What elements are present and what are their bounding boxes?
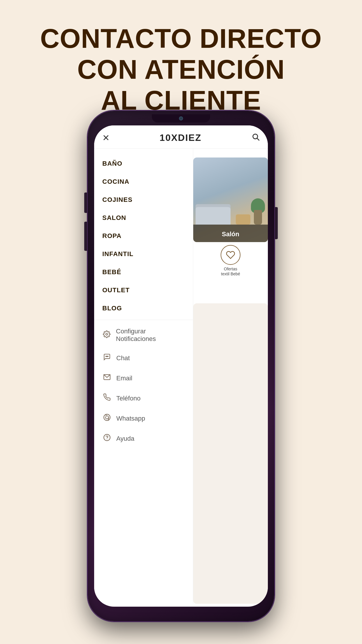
bottom-content-area (193, 303, 268, 604)
offer-item-textil-bebe[interactable]: Ofertastextil Bebé (196, 245, 266, 276)
menu-panel: BAÑO COCINA COJINES SALON ROPA INFANTIL … (94, 149, 193, 604)
headline: CONTACTO DIRECTO CON ATENCIÓN AL CLIENTE (0, 0, 362, 127)
power-button (275, 207, 278, 239)
offers-row: Ofertastextil Bebé (196, 245, 266, 276)
app-logo: 10XDIEZ (160, 132, 202, 143)
salon-category-label: Salón (222, 230, 239, 238)
action-email[interactable]: Email (94, 368, 193, 388)
nav-item-salon[interactable]: SALON (94, 209, 193, 227)
phone-notch (152, 114, 210, 123)
salon-image[interactable]: Salón (193, 158, 268, 242)
svg-line-1 (257, 138, 259, 140)
action-ayuda[interactable]: Ayuda (94, 428, 193, 449)
action-chat[interactable]: Chat (94, 348, 193, 368)
volume-up-button (84, 192, 87, 213)
action-telefono-label: Teléfono (116, 395, 140, 402)
headline-line2: CON ATENCIÓN (77, 55, 285, 84)
nav-item-bebe[interactable]: BEBÉ (94, 263, 193, 281)
nav-item-bano[interactable]: BAÑO (94, 155, 193, 173)
svg-point-4 (107, 356, 107, 357)
nav-item-cojines[interactable]: COJINES (94, 191, 193, 209)
table-decoration (236, 214, 250, 225)
whatsapp-icon (102, 414, 112, 423)
nav-item-cocina[interactable]: COCINA (94, 173, 193, 191)
nav-item-outlet[interactable]: OUTLET (94, 281, 193, 299)
svg-point-5 (108, 356, 108, 357)
offer-circle-textil-bebe (221, 245, 240, 265)
phone-screen: ✕ 10XDIEZ BAÑO COCINA COJINES (94, 125, 268, 607)
svg-point-7 (104, 414, 110, 421)
help-icon (102, 434, 112, 443)
navigation-menu: BAÑO COCINA COJINES SALON ROPA INFANTIL … (94, 149, 193, 452)
action-notifications[interactable]: Configurar Notificaciones (94, 322, 193, 348)
action-chat-label: Chat (116, 354, 130, 362)
action-ayuda-label: Ayuda (116, 435, 134, 442)
action-notifications-label: Configurar Notificaciones (116, 328, 185, 343)
app-header: ✕ 10XDIEZ (94, 125, 268, 149)
content-panel: IA Salón (193, 149, 268, 604)
volume-down-button (84, 222, 87, 251)
phone-icon (102, 393, 112, 403)
sofa-decoration (196, 207, 231, 225)
svg-point-2 (106, 333, 108, 335)
action-telefono[interactable]: Teléfono (94, 388, 193, 408)
action-whatsapp-label: Whatsapp (116, 415, 145, 422)
phone-mockup: ✕ 10XDIEZ BAÑO COCINA COJINES (88, 111, 274, 621)
email-icon (102, 373, 112, 383)
offer-label-textil-bebe: Ofertastextil Bebé (221, 267, 240, 276)
camera-dot (179, 116, 183, 120)
page-background: CONTACTO DIRECTO CON ATENCIÓN AL CLIENTE… (0, 0, 362, 127)
search-button[interactable] (252, 133, 260, 143)
headline-line1: CONTACTO DIRECTO (40, 24, 322, 53)
svg-point-3 (106, 356, 106, 357)
category-banner: Salón (193, 149, 268, 248)
nav-item-infantil[interactable]: INFANTIL (94, 245, 193, 263)
plant-pot-decoration (254, 210, 262, 225)
action-whatsapp[interactable]: Whatsapp (94, 408, 193, 428)
app-body: BAÑO COCINA COJINES SALON ROPA INFANTIL … (94, 149, 268, 604)
nav-item-blog[interactable]: BLOG (94, 299, 193, 317)
nav-item-ropa[interactable]: ROPA (94, 227, 193, 245)
close-button[interactable]: ✕ (102, 133, 110, 143)
action-email-label: Email (116, 374, 132, 382)
gear-icon (102, 330, 111, 340)
chat-icon (102, 353, 112, 363)
menu-divider (94, 320, 193, 320)
